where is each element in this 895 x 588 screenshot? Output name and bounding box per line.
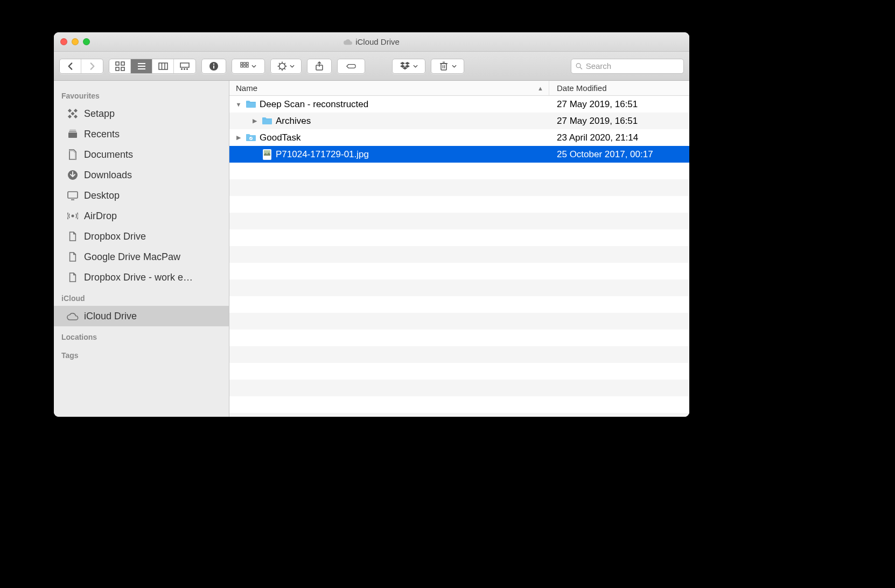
disclosure-triangle-icon[interactable]: ▼ bbox=[235, 101, 242, 108]
chevron-down-icon bbox=[413, 65, 418, 68]
search-field[interactable] bbox=[571, 59, 684, 74]
svg-line-40 bbox=[580, 67, 582, 69]
sidebar-item-dropbox-drive-work-e[interactable]: Dropbox Drive - work e… bbox=[54, 267, 229, 288]
sidebar-item-label: Downloads bbox=[84, 170, 132, 181]
file-row[interactable]: P71024-171729-01.jpg25 October 2017, 00:… bbox=[229, 146, 689, 163]
group-button[interactable] bbox=[232, 59, 264, 73]
sidebar-item-setapp[interactable]: Setapp bbox=[54, 103, 229, 124]
column-view-button[interactable] bbox=[152, 59, 174, 73]
forward-button[interactable] bbox=[81, 59, 103, 73]
column-header-name[interactable]: Name ▲ bbox=[229, 81, 549, 95]
gallery-view-button[interactable] bbox=[174, 59, 195, 73]
file-date: 27 May 2019, 16:51 bbox=[549, 99, 689, 110]
file-date: 25 October 2017, 00:17 bbox=[549, 149, 689, 160]
sidebar-item-label: Documents bbox=[84, 149, 133, 160]
sort-indicator-icon: ▲ bbox=[537, 85, 543, 92]
svg-line-31 bbox=[284, 63, 285, 64]
view-mode-buttons bbox=[109, 59, 196, 74]
svg-rect-0 bbox=[116, 62, 119, 65]
svg-rect-10 bbox=[180, 63, 189, 67]
svg-line-29 bbox=[284, 68, 285, 69]
disclosure-triangle-icon[interactable]: ▶ bbox=[251, 117, 258, 124]
svg-point-23 bbox=[279, 63, 285, 69]
downloads-icon bbox=[67, 169, 79, 181]
svg-rect-2 bbox=[116, 67, 119, 71]
sidebar-item-label: iCloud Drive bbox=[84, 311, 137, 322]
action-button[interactable] bbox=[271, 59, 301, 73]
svg-line-28 bbox=[279, 63, 280, 64]
svg-rect-42 bbox=[74, 109, 78, 113]
dropbox-icon bbox=[400, 61, 410, 71]
svg-rect-34 bbox=[441, 64, 446, 70]
svg-rect-45 bbox=[71, 111, 74, 115]
sidebar-header[interactable]: Tags bbox=[54, 345, 229, 363]
setapp-icon bbox=[67, 108, 79, 120]
sidebar-item-documents[interactable]: Documents bbox=[54, 144, 229, 165]
svg-point-39 bbox=[576, 63, 581, 67]
svg-line-30 bbox=[279, 68, 280, 69]
sidebar-item-label: Dropbox Drive bbox=[84, 231, 146, 242]
chevron-down-icon bbox=[251, 65, 256, 68]
sidebar-item-dropbox-drive[interactable]: Dropbox Drive bbox=[54, 226, 229, 247]
file-row[interactable]: ▼Deep Scan - reconstructed27 May 2019, 1… bbox=[229, 96, 689, 113]
column-header-date[interactable]: Date Modified bbox=[549, 81, 689, 95]
icloud-icon bbox=[344, 38, 352, 46]
icloud-icon bbox=[67, 310, 79, 322]
documents-icon bbox=[67, 149, 79, 160]
back-button[interactable] bbox=[60, 59, 81, 73]
svg-rect-22 bbox=[247, 65, 249, 67]
sidebar-item-label: Dropbox Drive - work e… bbox=[84, 272, 193, 283]
file-name: Deep Scan - reconstructed bbox=[260, 99, 368, 110]
sidebar: FavouritesSetappRecentsDocumentsDownload… bbox=[54, 81, 229, 417]
search-input[interactable] bbox=[586, 61, 679, 71]
sidebar-header[interactable]: iCloud bbox=[54, 288, 229, 306]
sidebar-item-desktop[interactable]: Desktop bbox=[54, 185, 229, 206]
icon-view-button[interactable] bbox=[109, 59, 131, 73]
dropbox-button[interactable] bbox=[393, 59, 425, 73]
file-row[interactable]: ▶GoodTask23 April 2020, 21:14 bbox=[229, 129, 689, 146]
body: FavouritesSetappRecentsDocumentsDownload… bbox=[54, 81, 689, 417]
list-view-button[interactable] bbox=[131, 59, 152, 73]
file-row[interactable]: ▶Archives27 May 2019, 16:51 bbox=[229, 113, 689, 129]
file-icon bbox=[67, 271, 79, 283]
sidebar-item-google-drive-macpaw[interactable]: Google Drive MacPaw bbox=[54, 247, 229, 267]
window-title: iCloud Drive bbox=[54, 37, 689, 46]
sidebar-header[interactable]: Locations bbox=[54, 326, 229, 345]
svg-rect-16 bbox=[213, 65, 214, 68]
tags-button[interactable] bbox=[338, 59, 365, 73]
sidebar-header[interactable]: Favourites bbox=[54, 85, 229, 103]
sidebar-item-recents[interactable]: Recents bbox=[54, 124, 229, 144]
info-button[interactable] bbox=[202, 59, 226, 73]
svg-rect-20 bbox=[241, 65, 243, 67]
sidebar-item-airdrop[interactable]: AirDrop bbox=[54, 206, 229, 226]
svg-rect-13 bbox=[186, 68, 188, 70]
svg-rect-17 bbox=[241, 62, 243, 64]
svg-rect-44 bbox=[74, 115, 78, 118]
svg-rect-50 bbox=[68, 192, 78, 198]
minimize-button[interactable] bbox=[72, 38, 79, 45]
image-file-icon bbox=[262, 149, 272, 160]
titlebar: iCloud Drive bbox=[54, 32, 689, 52]
close-button[interactable] bbox=[60, 38, 67, 45]
sidebar-item-label: Desktop bbox=[84, 190, 120, 201]
sidebar-item-downloads[interactable]: Downloads bbox=[54, 165, 229, 185]
file-date: 27 May 2019, 16:51 bbox=[549, 116, 689, 127]
trash-button[interactable] bbox=[431, 59, 464, 73]
svg-rect-7 bbox=[159, 63, 167, 69]
sidebar-item-label: Setapp bbox=[84, 108, 115, 120]
share-button[interactable] bbox=[307, 59, 331, 73]
file-icon bbox=[67, 251, 79, 263]
sidebar-item-icloud-drive[interactable]: iCloud Drive bbox=[54, 306, 229, 326]
disclosure-triangle-icon[interactable]: ▶ bbox=[235, 134, 242, 141]
file-list[interactable]: ▼Deep Scan - reconstructed27 May 2019, 1… bbox=[229, 96, 689, 417]
sidebar-item-label: AirDrop bbox=[84, 211, 117, 222]
trash-icon bbox=[439, 61, 449, 71]
file-date: 23 April 2020, 21:14 bbox=[549, 132, 689, 143]
svg-rect-47 bbox=[69, 131, 76, 132]
svg-rect-19 bbox=[247, 62, 249, 64]
file-name: P71024-171729-01.jpg bbox=[276, 149, 369, 160]
toolbar bbox=[54, 52, 689, 81]
svg-rect-41 bbox=[68, 109, 72, 113]
fullscreen-button[interactable] bbox=[83, 38, 90, 45]
recents-icon bbox=[67, 128, 79, 140]
